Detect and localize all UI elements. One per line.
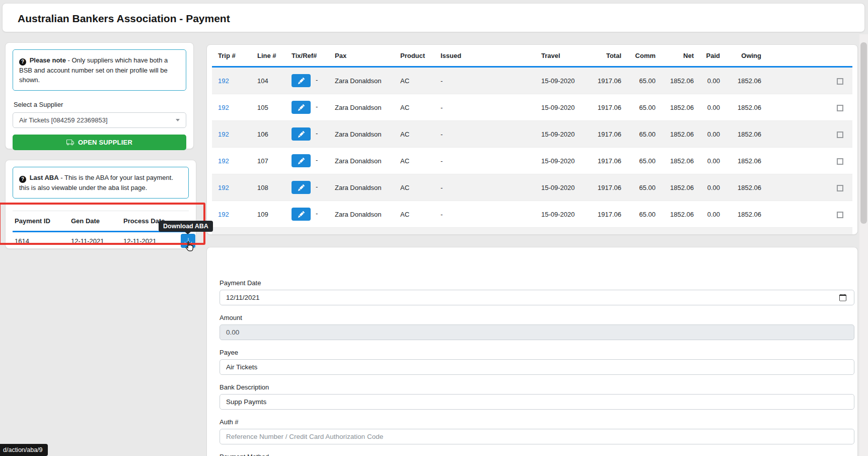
cell-pax: Zara Donaldson: [329, 121, 394, 148]
tooltip-arrow: [185, 232, 191, 234]
cell-total: 1917.06: [586, 148, 627, 174]
cell-line: 105: [251, 94, 285, 121]
cell-comm: 65.00: [627, 121, 662, 148]
cell-paid: 0.00: [700, 94, 726, 121]
cell-travel: 15-09-2020: [535, 228, 586, 235]
status-url-bar: d/action/aba/9: [0, 444, 48, 456]
cell-total: 1917.06: [586, 228, 627, 235]
cell-total: 1917.06: [586, 121, 627, 148]
payee-input[interactable]: [220, 359, 854, 375]
auth-number-label: Auth #: [220, 418, 854, 426]
cell-pax: Zara Donaldson: [329, 201, 394, 228]
amount-input: [220, 324, 854, 340]
row-select-checkbox[interactable]: [837, 132, 843, 138]
open-supplier-button[interactable]: OPEN SUPPLIER: [13, 135, 186, 150]
tix-value: -: [316, 210, 318, 217]
trip-link[interactable]: 192: [218, 184, 229, 191]
edit-tix-button[interactable]: [292, 208, 311, 221]
trip-link[interactable]: 192: [218, 104, 229, 111]
edit-tix-button[interactable]: [292, 101, 311, 114]
cell-paid: 0.00: [700, 121, 726, 148]
payment-method-label: Payment Method: [220, 453, 854, 456]
cell-owing: 1852.06: [726, 201, 767, 228]
trip-link[interactable]: 192: [218, 131, 229, 138]
cell-owing: 1852.06: [726, 174, 767, 201]
edit-tix-button[interactable]: [292, 234, 311, 235]
cell-issued: -: [435, 228, 535, 235]
cell-paid: 0.00: [700, 174, 726, 201]
page-scrollbar[interactable]: [859, 34, 868, 456]
question-circle-icon: ?: [19, 58, 26, 66]
payments-table: Trip #Line #Tix/Ref#PaxProductIssuedTrav…: [212, 45, 852, 235]
cell-owing: 1852.06: [726, 67, 767, 94]
download-aba-button[interactable]: [181, 234, 195, 248]
auth-number-input[interactable]: [220, 429, 854, 444]
tix-value: -: [316, 129, 318, 137]
column-owing: Owing: [726, 45, 767, 67]
cell-comm: 65.00: [627, 67, 662, 94]
edit-tix-button[interactable]: [292, 74, 311, 87]
tix-value: -: [316, 103, 318, 110]
download-aba-tooltip: Download ABA: [159, 221, 213, 232]
trip-link[interactable]: 192: [218, 77, 229, 85]
cell-travel: 15-09-2020: [535, 201, 586, 228]
cell-line: 108: [251, 174, 285, 201]
cell-owing: 1852.06: [726, 148, 767, 174]
cell-paid: 0.00: [700, 228, 726, 235]
cell-net: 1852.06: [662, 201, 700, 228]
last-aba-panel: ? Last ABA - This is the ABA for your la…: [5, 160, 196, 249]
table-row: 192109-Zara DonaldsonAC-15-09-20201917.0…: [212, 201, 852, 228]
cell-issued: -: [435, 67, 535, 94]
payments-table-panel: Trip #Line #Tix/Ref#PaxProductIssuedTrav…: [206, 44, 858, 235]
pencil-icon: [298, 78, 305, 84]
cell-owing: 1852.06: [726, 228, 767, 235]
open-supplier-label: OPEN SUPPLIER: [78, 139, 132, 146]
cell-product: AC: [394, 94, 435, 121]
cell-pax: Zara Donaldson: [329, 148, 394, 174]
aba-col-gen-date: Gen Date: [69, 211, 121, 232]
scrollbar-thumb[interactable]: [860, 42, 867, 224]
cell-pax: Zara Donaldson: [329, 94, 394, 121]
row-select-checkbox[interactable]: [837, 212, 843, 218]
cell-pax: Zara Donaldson: [329, 174, 394, 201]
row-select-checkbox[interactable]: [837, 185, 843, 191]
cell-owing: 1852.06: [726, 121, 767, 148]
trip-link[interactable]: 192: [218, 211, 229, 218]
cell-comm: 65.00: [627, 174, 662, 201]
cell-product: AC: [394, 174, 435, 201]
bank-description-input[interactable]: [220, 394, 854, 410]
pencil-icon: [298, 211, 305, 218]
edit-tix-button[interactable]: [292, 181, 311, 194]
table-row: 192104-Zara DonaldsonAC-15-09-20201917.0…: [212, 67, 852, 94]
supplier-select-value: Air Tickets [084259 22369853]: [19, 116, 108, 124]
aba-payment-id: 1614: [13, 232, 69, 250]
trip-link[interactable]: 192: [218, 157, 229, 165]
edit-tix-button[interactable]: [292, 154, 311, 167]
cell-product: AC: [394, 148, 435, 174]
cell-line: 109: [251, 201, 285, 228]
cell-total: 1917.06: [586, 94, 627, 121]
cell-line: 106: [251, 121, 285, 148]
payment-date-label: Payment Date: [220, 279, 854, 287]
column-comm: Comm: [627, 45, 662, 67]
cell-total: 1917.06: [586, 67, 627, 94]
pencil-icon: [298, 184, 305, 191]
cell-line: 104: [251, 67, 285, 94]
pencil-icon: [298, 131, 305, 138]
row-select-checkbox[interactable]: [837, 78, 843, 85]
row-select-checkbox[interactable]: [837, 105, 843, 111]
cell-comm: 65.00: [627, 94, 662, 121]
column-line: Line #: [251, 45, 285, 67]
payment-date-input[interactable]: [220, 290, 854, 305]
edit-tix-button[interactable]: [292, 127, 311, 141]
column-paid: Paid: [700, 45, 726, 67]
chevron-down-icon: [176, 119, 180, 121]
cell-comm: 65.00: [627, 201, 662, 228]
row-select-checkbox[interactable]: [837, 158, 843, 165]
table-row: 192106-Zara DonaldsonAC-15-09-20201917.0…: [212, 121, 852, 148]
supplier-select[interactable]: Air Tickets [084259 22369853]: [13, 112, 186, 128]
cell-owing: 1852.06: [726, 94, 767, 121]
cell-net: 1852.06: [662, 148, 700, 174]
cell-issued: -: [435, 121, 535, 148]
cell-total: 1917.06: [586, 174, 627, 201]
